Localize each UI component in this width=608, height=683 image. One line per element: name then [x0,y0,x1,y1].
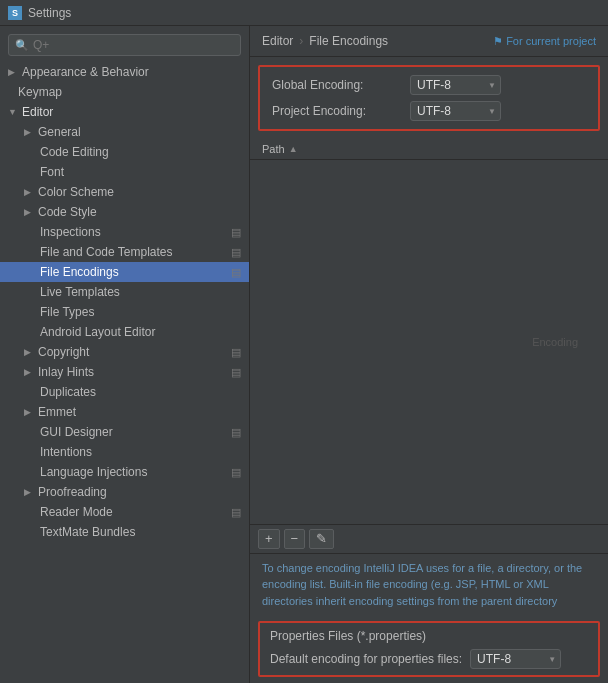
badge-icon: ▤ [231,366,241,379]
sidebar-item-label: Editor [22,105,53,119]
right-panel: Editor › File Encodings ⚑ For current pr… [250,26,608,683]
sidebar-item-label: File Encodings [40,265,119,279]
for-project-link[interactable]: ⚑ For current project [493,35,596,48]
sidebar-item-file-encodings[interactable]: File Encodings ▤ [0,262,249,282]
sidebar-item-font[interactable]: Font [0,162,249,182]
sidebar-item-inlay-hints[interactable]: ▶ Inlay Hints ▤ [0,362,249,382]
sidebar-item-language-injections[interactable]: Language Injections ▤ [0,462,249,482]
sidebar-item-copyright[interactable]: ▶ Copyright ▤ [0,342,249,362]
badge-icon: ▤ [231,266,241,279]
project-encoding-label: Project Encoding: [272,104,402,118]
panel-header: Editor › File Encodings ⚑ For current pr… [250,26,608,57]
sidebar-item-code-style[interactable]: ▶ Code Style [0,202,249,222]
info-text: To change encoding IntelliJ IDEA uses fo… [250,554,608,616]
sidebar-item-label: Copyright [38,345,89,359]
app-icon: S [8,6,22,20]
sidebar-item-intentions[interactable]: Intentions [0,442,249,462]
encoding-column-float-label: Encoding [532,336,578,348]
sidebar-item-android-layout-editor[interactable]: Android Layout Editor [0,322,249,342]
breadcrumb-editor: Editor [262,34,293,48]
project-encoding-select[interactable]: UTF-8 ISO-8859-1 US-ASCII [410,101,501,121]
sidebar-item-label: General [38,125,81,139]
search-box[interactable]: 🔍 [8,34,241,56]
global-encoding-row: Global Encoding: UTF-8 ISO-8859-1 US-ASC… [272,75,586,95]
sidebar-item-label: Code Editing [40,145,109,159]
main-content: 🔍 ▶ Appearance & Behavior Keymap ▼ Edito… [0,26,608,683]
sidebar-item-label: Font [40,165,64,179]
sidebar-item-file-code-templates[interactable]: File and Code Templates ▤ [0,242,249,262]
sidebar-item-label: Emmet [38,405,76,419]
sidebar-item-color-scheme[interactable]: ▶ Color Scheme [0,182,249,202]
arrow-icon: ▶ [24,407,34,417]
sort-arrow-icon: ▲ [289,144,298,154]
sidebar-item-label: Live Templates [40,285,120,299]
edit-button[interactable]: ✎ [309,529,334,549]
badge-icon: ▤ [231,226,241,239]
arrow-icon: ▶ [24,127,34,137]
arrow-icon: ▶ [24,487,34,497]
sidebar-item-label: GUI Designer [40,425,113,439]
badge-icon: ▤ [231,346,241,359]
arrow-icon: ▶ [24,367,34,377]
badge-icon: ▤ [231,506,241,519]
sidebar-item-label: Inspections [40,225,101,239]
sidebar-item-label: Duplicates [40,385,96,399]
sidebar-item-emmet[interactable]: ▶ Emmet [0,402,249,422]
default-encoding-select-wrapper[interactable]: UTF-8 ISO-8859-1 [470,649,561,669]
sidebar-item-label: File Types [40,305,94,319]
sidebar-item-appearance-behavior[interactable]: ▶ Appearance & Behavior [0,62,249,82]
sidebar-item-file-types[interactable]: File Types [0,302,249,322]
table-toolbar: + − ✎ [250,524,608,554]
global-encoding-label: Global Encoding: [272,78,402,92]
project-encoding-select-wrapper[interactable]: UTF-8 ISO-8859-1 US-ASCII [410,101,501,121]
badge-icon: ▤ [231,246,241,259]
path-column-header: Path [262,143,285,155]
arrow-icon: ▶ [24,187,34,197]
arrow-icon: ▼ [8,107,18,117]
sidebar-item-label: Android Layout Editor [40,325,155,339]
sidebar-item-textmate-bundles[interactable]: TextMate Bundles [0,522,249,542]
search-input[interactable] [33,38,234,52]
path-table-header: Path ▲ [250,139,608,160]
title-bar-text: Settings [28,6,71,20]
arrow-icon: ▶ [8,67,18,77]
sidebar-item-proofreading[interactable]: ▶ Proofreading [0,482,249,502]
default-encoding-select[interactable]: UTF-8 ISO-8859-1 [470,649,561,669]
sidebar-item-duplicates[interactable]: Duplicates [0,382,249,402]
global-encoding-select-wrapper[interactable]: UTF-8 ISO-8859-1 US-ASCII [410,75,501,95]
sidebar-item-label: Proofreading [38,485,107,499]
sidebar-item-reader-mode[interactable]: Reader Mode ▤ [0,502,249,522]
global-encoding-select[interactable]: UTF-8 ISO-8859-1 US-ASCII [410,75,501,95]
properties-title: Properties Files (*.properties) [270,629,588,643]
properties-section: Properties Files (*.properties) Default … [258,621,600,677]
sidebar-item-label: Intentions [40,445,92,459]
sidebar-item-inspections[interactable]: Inspections ▤ [0,222,249,242]
breadcrumb-file-encodings: File Encodings [309,34,388,48]
sidebar-item-label: Color Scheme [38,185,114,199]
sidebar-item-label: TextMate Bundles [40,525,135,539]
arrow-icon: ▶ [24,347,34,357]
sidebar-item-label: Keymap [18,85,62,99]
panel-body: Global Encoding: UTF-8 ISO-8859-1 US-ASC… [250,57,608,683]
sidebar-item-label: Inlay Hints [38,365,94,379]
title-bar: S Settings [0,0,608,26]
sidebar-item-keymap[interactable]: Keymap [0,82,249,102]
project-encoding-row: Project Encoding: UTF-8 ISO-8859-1 US-AS… [272,101,586,121]
properties-row: Default encoding for properties files: U… [270,649,588,669]
sidebar-item-live-templates[interactable]: Live Templates [0,282,249,302]
sidebar-item-label: Language Injections [40,465,147,479]
default-encoding-label: Default encoding for properties files: [270,652,462,666]
sidebar-item-gui-designer[interactable]: GUI Designer ▤ [0,422,249,442]
sidebar-item-code-editing[interactable]: Code Editing [0,142,249,162]
path-table-body: Encoding [250,160,608,524]
sidebar-item-general[interactable]: ▶ General [0,122,249,142]
sidebar: 🔍 ▶ Appearance & Behavior Keymap ▼ Edito… [0,26,250,683]
remove-button[interactable]: − [284,529,306,549]
sidebar-item-editor[interactable]: ▼ Editor [0,102,249,122]
sidebar-item-label: Appearance & Behavior [22,65,149,79]
badge-icon: ▤ [231,466,241,479]
encoding-section: Global Encoding: UTF-8 ISO-8859-1 US-ASC… [258,65,600,131]
add-button[interactable]: + [258,529,280,549]
search-icon: 🔍 [15,39,29,52]
badge-icon: ▤ [231,426,241,439]
